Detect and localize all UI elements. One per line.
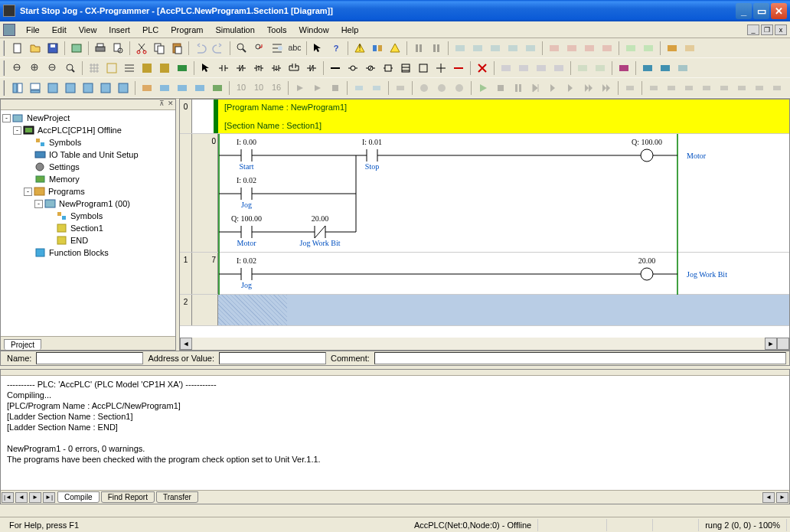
zoom-fit-button[interactable]	[9, 60, 26, 77]
sim-step[interactable]	[527, 80, 544, 96]
menu-view[interactable]: View	[73, 24, 103, 36]
sim-ffwd[interactable]	[598, 80, 615, 96]
maximize-button[interactable]: ▭	[753, 3, 769, 19]
panel-btn-8[interactable]	[139, 80, 155, 96]
panel-btn-5[interactable]	[80, 80, 96, 96]
output-tab-compile[interactable]: Compile	[57, 491, 100, 503]
end-btn-2[interactable]	[645, 80, 662, 96]
tree-label[interactable]: Section1	[70, 224, 103, 233]
find-button[interactable]	[233, 40, 250, 57]
address-input[interactable]	[219, 352, 326, 364]
end-btn-3[interactable]	[663, 80, 680, 96]
falling-contact-tool[interactable]	[268, 60, 285, 77]
panel-btn-3[interactable]	[44, 80, 61, 96]
view-btn-2[interactable]	[121, 60, 138, 77]
out-scroll-left[interactable]: ◄	[762, 492, 775, 503]
ladder-rung-0[interactable]: 0 I: 0.00 Start	[180, 134, 789, 253]
mode-btn-1[interactable]	[452, 40, 468, 57]
tree-label[interactable]: IO Table and Unit Setup	[49, 150, 139, 159]
view-btn-5[interactable]	[174, 60, 191, 77]
pause2-button[interactable]	[428, 40, 445, 57]
sim-step-into[interactable]	[545, 80, 562, 96]
tab-first-button[interactable]: |◄	[2, 492, 14, 503]
mode-btn-2[interactable]	[469, 40, 486, 57]
misc-btn-8[interactable]	[639, 60, 656, 77]
project-tab[interactable]: Project	[4, 339, 41, 350]
tree-pin-icon[interactable]: ⊼	[159, 100, 165, 109]
minimize-button[interactable]: _	[736, 3, 752, 19]
rising-contact-tool[interactable]	[250, 60, 267, 77]
box-tool[interactable]	[380, 60, 397, 77]
tree-label[interactable]: NewProgram1 (00)	[59, 199, 130, 208]
menu-file[interactable]: File	[20, 24, 46, 36]
undo-button[interactable]	[192, 40, 209, 57]
coil-tool[interactable]	[344, 60, 361, 77]
misc-btn-3[interactable]	[533, 60, 550, 77]
sim-step-over[interactable]	[563, 80, 579, 96]
dbg-btn-9[interactable]	[451, 80, 468, 96]
view-btn-4[interactable]	[156, 60, 173, 77]
tree-label[interactable]: END	[70, 236, 88, 245]
mode-btn-4[interactable]	[504, 40, 521, 57]
nc-contact-tool[interactable]	[233, 60, 250, 77]
name-input[interactable]	[36, 352, 143, 364]
dbg-btn-7[interactable]	[416, 80, 433, 96]
menu-simulation[interactable]: Simulation	[209, 24, 260, 36]
project-tree[interactable]: -NewProject -AccPLC[CP1H] Offline Symbol…	[1, 110, 175, 336]
warning2-button[interactable]	[387, 40, 403, 57]
output-tab-transfer[interactable]: Transfer	[156, 491, 198, 503]
hline-tool[interactable]	[327, 60, 344, 77]
zoom-in-button[interactable]	[27, 60, 44, 77]
tab-last-button[interactable]: ►|	[43, 492, 55, 503]
dbg-btn-4[interactable]	[351, 80, 367, 96]
zoom-out-button[interactable]	[44, 60, 61, 77]
tree-label[interactable]: Settings	[49, 162, 80, 171]
sim-stop[interactable]	[492, 80, 509, 96]
panel-btn-7[interactable]	[115, 80, 132, 96]
radix-16[interactable]: 16	[268, 80, 285, 96]
redo-button[interactable]	[210, 40, 227, 57]
tree-expander[interactable]: -	[13, 126, 21, 135]
sim-pause[interactable]	[510, 80, 527, 96]
misc-btn-5[interactable]	[574, 60, 591, 77]
copy-button[interactable]	[151, 40, 168, 57]
close-button[interactable]: ✕	[771, 3, 787, 19]
tree-label[interactable]: Programs	[48, 187, 85, 196]
dbg-btn-6[interactable]	[392, 80, 409, 96]
sim-fwd[interactable]	[580, 80, 597, 96]
print-preview-button[interactable]	[109, 40, 126, 57]
out-scroll-right[interactable]: ►	[776, 492, 788, 503]
misc-btn-2[interactable]	[515, 60, 532, 77]
tree-label[interactable]: Symbols	[49, 138, 81, 147]
ncoil-tool[interactable]	[362, 60, 379, 77]
mdi-minimize-button[interactable]: _	[747, 24, 759, 35]
view-btn-1[interactable]	[103, 60, 120, 77]
panel-btn-2[interactable]	[27, 80, 44, 96]
panel-btn-12[interactable]	[209, 80, 226, 96]
end-btn-6[interactable]	[716, 80, 733, 96]
ladder-hscrollbar[interactable]: ◄ ►	[180, 338, 789, 350]
tr-btn-8[interactable]	[681, 40, 698, 57]
end-btn-1[interactable]	[622, 80, 638, 96]
scroll-left-button[interactable]: ◄	[180, 338, 192, 350]
tree-label[interactable]: Memory	[49, 175, 80, 184]
replace-button[interactable]	[251, 40, 268, 57]
output-tab-find[interactable]: Find Report	[101, 491, 155, 503]
save-button[interactable]	[44, 40, 61, 57]
ladder-rung-end[interactable]: 2	[180, 295, 789, 326]
or-contact-tool[interactable]	[286, 60, 302, 77]
dbg-btn-3[interactable]	[327, 80, 344, 96]
help-cursor-button[interactable]	[310, 40, 327, 57]
menu-tools[interactable]: Tools	[261, 24, 293, 36]
menu-help[interactable]: Help	[335, 24, 365, 36]
mdi-close-button[interactable]: x	[775, 24, 787, 35]
tr-btn-1[interactable]	[546, 40, 563, 57]
sim-play[interactable]	[475, 80, 491, 96]
misc-btn-7[interactable]	[615, 60, 632, 77]
panel-btn-6[interactable]	[97, 80, 114, 96]
panel-btn-9[interactable]	[156, 80, 173, 96]
tree-label[interactable]: Function Blocks	[49, 248, 109, 257]
panel-btn-4[interactable]	[62, 80, 79, 96]
pause-button[interactable]	[410, 40, 427, 57]
end-btn-8[interactable]	[751, 80, 768, 96]
